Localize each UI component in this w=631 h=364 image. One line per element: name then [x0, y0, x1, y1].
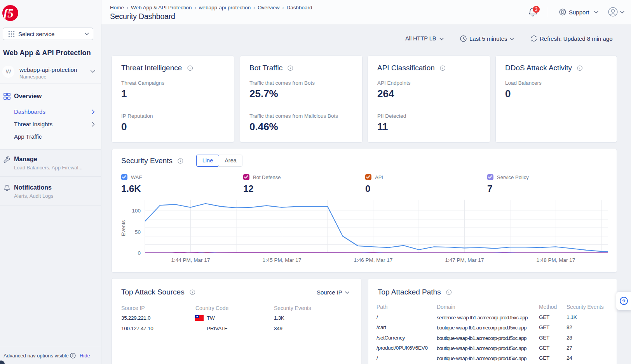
- svg-text:1:45 PM, Mar 17: 1:45 PM, Mar 17: [263, 257, 302, 263]
- svg-text:0: 0: [138, 250, 141, 256]
- svg-text:1:44 PM, Mar 17: 1:44 PM, Mar 17: [171, 257, 210, 263]
- svg-text:100: 100: [132, 208, 141, 214]
- svg-text:1:46 PM, Mar 17: 1:46 PM, Mar 17: [354, 257, 393, 263]
- svg-text:1:47 PM, Mar 17: 1:47 PM, Mar 17: [445, 257, 484, 263]
- svg-text:Events: Events: [120, 220, 126, 236]
- svg-text:1:48 PM, Mar 17: 1:48 PM, Mar 17: [537, 257, 575, 263]
- svg-text:50: 50: [135, 229, 141, 235]
- svg-text:f5: f5: [3, 7, 14, 20]
